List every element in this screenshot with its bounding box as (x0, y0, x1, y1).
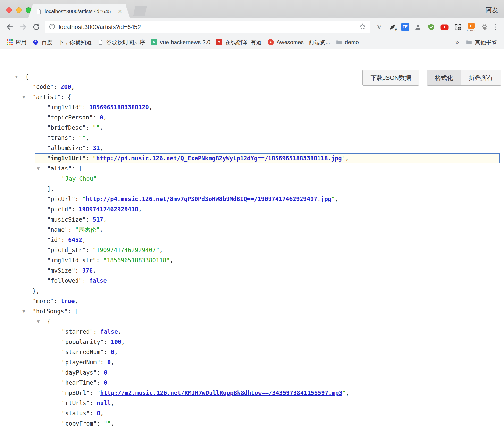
json-token: " (93, 155, 96, 162)
json-token: "starredNum" (62, 349, 104, 356)
person-extension-icon[interactable] (413, 21, 423, 33)
json-token: : (54, 298, 61, 305)
json-line: ▼"hotSongs": [ (0, 306, 504, 316)
json-token: : (86, 247, 93, 254)
json-token: , (103, 114, 107, 121)
json-token: : (75, 267, 82, 274)
json-token: false (89, 277, 107, 284)
json-token: : (68, 226, 75, 233)
new-tab-button[interactable] (133, 6, 147, 16)
json-token: "Jay Chou" (62, 175, 97, 182)
json-url-link[interactable]: http://p4.music.126.net/Q_ExePNkmgB2yWyL… (96, 155, 342, 162)
translate-extension-label: 英 (395, 28, 397, 32)
translate-extension-icon[interactable]: 英 (388, 21, 397, 33)
fehelper-extension-icon[interactable]: FE (401, 23, 409, 31)
collapse-caret-icon[interactable]: ▼ (37, 316, 40, 327)
player-extension-icon[interactable]: ▶ PLAYER (466, 21, 476, 33)
json-token: "dayPlays" (62, 369, 97, 376)
json-line: "id": 6452, (0, 235, 504, 245)
bookmark-item-youdao-translate[interactable]: Y 在线翻译_有道 (213, 37, 265, 47)
window-controls (6, 7, 31, 13)
json-token: : (96, 257, 103, 264)
bookmark-item-apps[interactable]: 应用 (4, 37, 30, 47)
back-button[interactable] (3, 20, 17, 34)
json-viewer: ▼{"code": 200,▼"artist": {"img1v1Id": 18… (0, 49, 504, 426)
json-token: : [ (72, 165, 82, 172)
json-token: , (100, 410, 104, 417)
json-token: : [ (68, 308, 78, 315)
minimize-window-button[interactable] (16, 7, 22, 13)
profile-name[interactable]: 阿发 (486, 6, 498, 14)
json-token: "playedNum" (62, 359, 100, 366)
json-token: , (107, 379, 111, 386)
json-token: : (90, 390, 97, 396)
collapse-caret-icon[interactable]: ▼ (22, 306, 25, 316)
json-line: "picUrl": "http://p4.music.126.net/8mv7q… (0, 194, 504, 204)
v-extension-icon[interactable]: V (374, 21, 384, 33)
folder-icon (466, 39, 472, 45)
json-token: "mp3Url" (62, 390, 90, 396)
json-line: "mp3Url": "http://m2.music.126.net/RMJR7… (0, 388, 504, 398)
json-token: "" (93, 124, 100, 131)
bookmark-label: 应用 (16, 39, 27, 46)
json-line: "playedNum": 0, (0, 357, 504, 367)
url-text[interactable]: localhost:3000/artists?id=6452 (59, 24, 359, 31)
json-token: , (100, 145, 103, 152)
json-token: "albumSize" (47, 145, 86, 152)
bookmark-item-google-sort[interactable]: 谷歌按时间排序 (95, 37, 148, 47)
json-token: "img1v1Id" (47, 104, 82, 111)
address-bar[interactable]: localhost:3000/artists?id=6452 (45, 21, 370, 33)
json-token: , (86, 135, 89, 141)
tab-close-icon[interactable]: × (118, 8, 122, 15)
json-line: "Jay Chou" (0, 174, 504, 184)
close-window-button[interactable] (6, 7, 12, 13)
json-token: : (54, 84, 61, 90)
collapse-caret-icon[interactable]: ▼ (22, 92, 25, 102)
qr-code-extension-icon[interactable] (453, 21, 463, 33)
reload-button[interactable] (30, 20, 43, 34)
json-token: "trans" (47, 135, 72, 141)
json-token: : (72, 206, 79, 213)
json-token: , (118, 328, 121, 335)
json-url-link[interactable]: http://m2.music.126.net/RMJR7wDullRqppBk… (100, 390, 342, 396)
json-line: "starred": false, (0, 327, 504, 337)
json-token: 517 (93, 216, 103, 223)
json-token: "popularity" (62, 339, 104, 345)
bookmark-item-baidu[interactable]: 百度一下，你就知道 (30, 37, 95, 47)
bookmark-item-awesomes[interactable]: A Awesomes - 前端资... (265, 37, 333, 47)
json-line: "img1v1Id_str": "18569651883380118", (0, 255, 504, 265)
json-line: "topicPerson": 0, (0, 112, 504, 123)
bookmark-star-icon[interactable] (359, 23, 366, 31)
json-line: "copyFrom": "", (0, 418, 504, 426)
browser-toolbar: localhost:3000/artists?id=6452 V 英 FE (0, 18, 504, 35)
json-token: , (100, 124, 103, 131)
tab-title: localhost:3000/artists?id=645 (45, 9, 115, 14)
json-token: "img1v1Url" (47, 155, 86, 162)
paw-extension-icon[interactable] (480, 21, 489, 33)
active-tab[interactable]: localhost:3000/artists?id=645 × (28, 4, 130, 18)
chrome-menu-icon[interactable] (491, 21, 501, 33)
other-bookmarks[interactable]: 其他书签 (463, 37, 500, 47)
other-bookmarks-label: 其他书签 (475, 39, 497, 46)
json-token: : (100, 359, 107, 366)
bookmark-item-demo[interactable]: demo (333, 38, 362, 47)
bookmark-item-vue-hackernews[interactable]: V vue-hackernews-2.0 (148, 38, 213, 47)
forward-button[interactable] (17, 20, 30, 34)
json-line: "albumSize": 31, (0, 143, 504, 153)
json-token: 0 (104, 379, 107, 386)
bookmark-label: 百度一下，你就知道 (42, 39, 92, 46)
youtube-extension-icon[interactable] (440, 21, 449, 33)
json-token: "picUrl" (47, 196, 75, 203)
shield-extension-icon[interactable] (426, 21, 436, 33)
page-favicon-icon (36, 9, 42, 14)
json-token: "picId" (47, 206, 72, 213)
json-token: : (86, 155, 93, 162)
baidu-paw-icon (33, 39, 39, 45)
collapse-caret-icon[interactable]: ▼ (37, 163, 40, 174)
collapse-caret-icon[interactable]: ▼ (15, 72, 18, 82)
json-token: 0 (111, 349, 114, 356)
page-info-icon[interactable] (49, 23, 55, 31)
bookmarks-overflow-icon[interactable]: » (452, 39, 463, 46)
json-line: "name": "周杰伦", (0, 225, 504, 235)
json-url-link[interactable]: http://p4.music.126.net/8mv7qP30Pd3oHW8b… (86, 196, 331, 203)
